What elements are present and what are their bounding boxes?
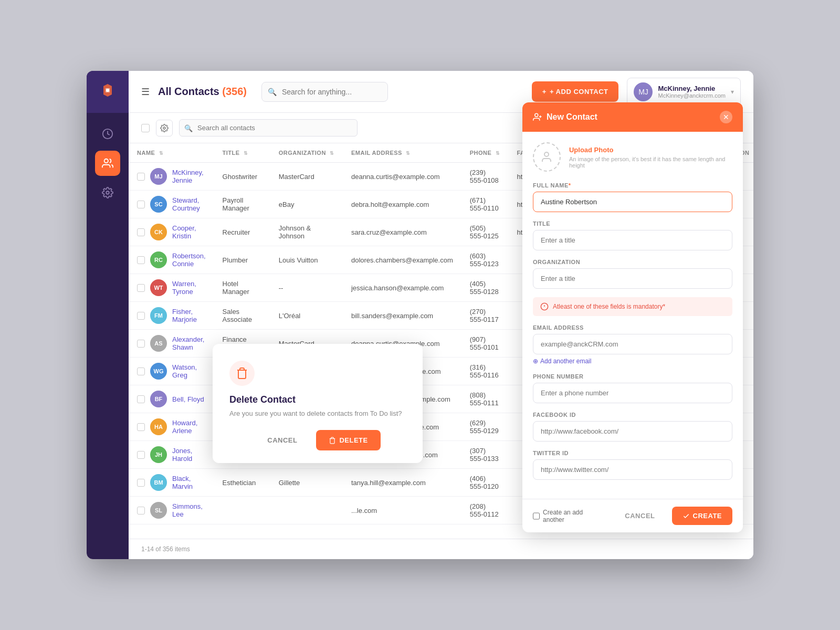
contact-org: Louis Vuitton	[270, 246, 343, 274]
row-checkbox[interactable]	[137, 479, 145, 487]
contact-phone: (907) 555-0101	[461, 330, 509, 358]
contact-name-link[interactable]: McKinney, Jennie	[172, 169, 206, 184]
row-checkbox[interactable]	[137, 507, 145, 514]
contact-email: deanna.curtis@example.com	[343, 163, 461, 191]
contact-avatar: JH	[150, 446, 167, 463]
contact-name-link[interactable]: Cooper, Kristin	[172, 224, 206, 240]
contacts-search-input[interactable]	[179, 119, 358, 136]
search-icon: 🔍	[184, 124, 193, 132]
delete-message: Are you sure you want to delete contacts…	[229, 410, 406, 417]
contact-org: --	[270, 274, 343, 302]
panel-close-button[interactable]: ✕	[720, 111, 732, 123]
contact-name-link[interactable]: Howard, Arlene	[172, 419, 206, 435]
facebook-label: FACEBOOK ID	[533, 412, 732, 418]
row-checkbox[interactable]	[137, 395, 145, 403]
sidebar-item-recent[interactable]	[95, 121, 120, 146]
upload-photo-link[interactable]: Upload Photo	[569, 146, 732, 154]
sidebar-item-contacts[interactable]	[95, 151, 120, 176]
add-contact-button[interactable]: + + ADD CONTACT	[532, 81, 619, 102]
contact-phone: (270) 555-0117	[461, 302, 509, 330]
row-checkbox[interactable]	[137, 173, 145, 181]
svg-point-0	[106, 89, 109, 92]
panel-create-button[interactable]: CREATE	[672, 507, 732, 525]
email-group: EMAIL ADDRESS ⊕ Add another email	[533, 324, 732, 365]
contact-title: Ghostwriter	[214, 163, 270, 191]
mandatory-notice: Atleast one of these fields is mandatory…	[533, 297, 732, 316]
contact-phone: (808) 555-0111	[461, 385, 509, 413]
contact-email: ...le.com	[343, 497, 461, 524]
contact-avatar: WG	[150, 363, 167, 380]
contact-name-link[interactable]: Warren, Tyrone	[172, 280, 206, 296]
facebook-input[interactable]	[533, 421, 732, 442]
col-name: NAME ⇅	[137, 150, 163, 156]
row-checkbox[interactable]	[137, 201, 145, 208]
sidebar-item-settings[interactable]	[95, 180, 120, 205]
contact-name-link[interactable]: Steward, Courtney	[172, 196, 206, 212]
app-logo[interactable]	[87, 71, 129, 113]
new-contact-panel: New Contact ✕ Upload Photo An image of t…	[522, 102, 743, 532]
contact-title	[214, 497, 270, 524]
row-checkbox[interactable]	[137, 256, 145, 264]
contacts-search: 🔍	[179, 119, 358, 136]
create-another-checkbox[interactable]	[533, 512, 540, 520]
sidebar	[87, 71, 129, 559]
svg-point-2	[104, 159, 108, 163]
contact-avatar: CK	[150, 224, 167, 240]
page-title: All Contacts (356)	[158, 86, 247, 98]
gear-button[interactable]	[156, 120, 173, 136]
panel-footer: Create an add another CANCEL CREATE	[522, 499, 743, 532]
header-search-icon: 🔍	[268, 88, 277, 96]
create-another: Create an add another	[533, 509, 602, 523]
header-search-input[interactable]	[261, 82, 388, 102]
footer-bar: 1-14 of 356 items	[129, 539, 753, 559]
select-all-checkbox[interactable]	[141, 124, 150, 132]
contact-phone: (239) 555-0108	[461, 163, 509, 191]
title-input[interactable]	[533, 230, 732, 250]
contact-name-link[interactable]: Simmons, Lee	[172, 502, 206, 518]
contact-name-link[interactable]: Alexander, Shawn	[172, 335, 206, 351]
dialog-delete-button[interactable]: DELETE	[316, 430, 380, 450]
menu-icon[interactable]: ☰	[141, 86, 150, 98]
svg-point-8	[544, 152, 549, 156]
contact-org: eBay	[270, 191, 343, 218]
phone-input[interactable]	[533, 383, 732, 403]
full-name-input[interactable]	[533, 192, 732, 212]
contact-name-link[interactable]: Jones, Harold	[172, 447, 206, 463]
user-name: McKinney, Jennie	[658, 85, 726, 92]
upload-text: Upload Photo An image of the person, it'…	[569, 146, 732, 169]
row-checkbox[interactable]	[137, 368, 145, 375]
contact-name-link[interactable]: Fisher, Marjorie	[172, 308, 206, 323]
upload-hint: An image of the person, it's best if it …	[569, 156, 732, 169]
col-email: EMAIL ADDRESS ⇅	[351, 150, 411, 156]
contact-phone: (505) 555-0125	[461, 218, 509, 246]
row-checkbox[interactable]	[137, 423, 145, 431]
panel-body: Upload Photo An image of the person, it'…	[522, 132, 743, 499]
upload-avatar-placeholder	[533, 142, 561, 172]
twitter-input[interactable]	[533, 459, 732, 480]
row-checkbox[interactable]	[137, 312, 145, 320]
panel-cancel-button[interactable]: CANCEL	[614, 507, 665, 525]
col-title: TITLE ⇅	[223, 150, 248, 156]
row-checkbox[interactable]	[137, 451, 145, 459]
contact-title: Sales Associate	[214, 302, 270, 330]
contact-org: Johnson & Johnson	[270, 218, 343, 246]
contact-name-link[interactable]: Bell, Floyd	[172, 395, 204, 403]
row-checkbox[interactable]	[137, 284, 145, 292]
logo-icon	[99, 82, 116, 102]
contact-name-link[interactable]: Robertson, Connie	[172, 252, 206, 268]
row-checkbox[interactable]	[137, 340, 145, 348]
email-input[interactable]	[533, 334, 732, 354]
user-profile[interactable]: MJ McKinney, Jennie McKinney@anckrcrm.co…	[627, 78, 741, 106]
row-checkbox[interactable]	[137, 228, 145, 236]
contact-phone: (406) 555-0120	[461, 469, 509, 497]
organization-input[interactable]	[533, 268, 732, 289]
contact-name-link[interactable]: Black, Marvin	[172, 475, 206, 490]
contact-avatar: RC	[150, 251, 167, 268]
dialog-cancel-button[interactable]: CANCEL	[255, 430, 310, 450]
contact-name-link[interactable]: Watson, Greg	[172, 363, 206, 379]
add-email-link[interactable]: ⊕ Add another email	[533, 358, 732, 365]
delete-icon-circle	[229, 361, 255, 386]
contact-org: L'Oréal	[270, 302, 343, 330]
contact-org	[270, 497, 343, 524]
contact-phone: (629) 555-0129	[461, 413, 509, 441]
